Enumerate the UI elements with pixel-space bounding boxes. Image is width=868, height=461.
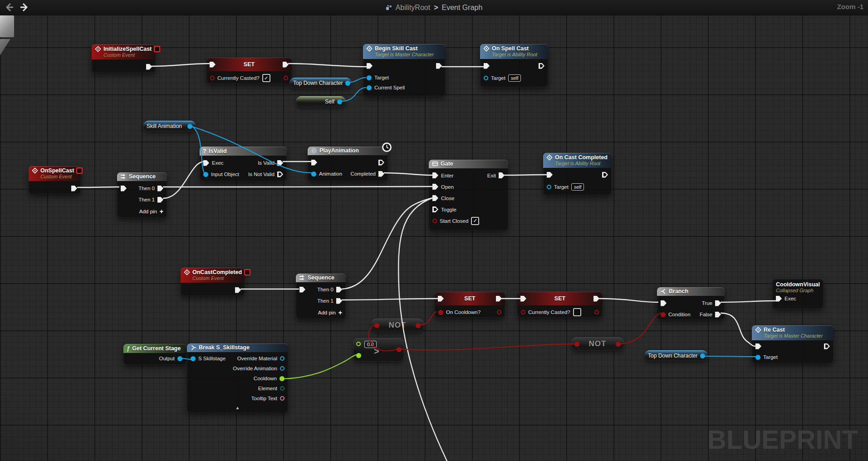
- tooltip-text-out-pin[interactable]: [280, 396, 284, 401]
- wire-exec-then0-to-gate-close[interactable]: [342, 198, 433, 289]
- target-value-box[interactable]: self: [508, 74, 521, 82]
- float-in-b-pin[interactable]: [356, 353, 361, 358]
- breadcrumb-page[interactable]: Event Graph: [442, 4, 483, 12]
- exec-in-pin[interactable]: [311, 160, 317, 166]
- true-exec-out-pin[interactable]: [715, 300, 721, 306]
- node-skill-animation-getter[interactable]: Skill Animation: [143, 121, 196, 132]
- bool-out-pin[interactable]: [416, 323, 421, 328]
- exec-in-pin[interactable]: [484, 63, 490, 69]
- node-top-down-character-getter-b[interactable]: Top Down Character: [644, 350, 708, 361]
- exec-in-pin[interactable]: [299, 287, 305, 293]
- close-exec-in-pin[interactable]: [432, 195, 438, 201]
- bool-out-pin[interactable]: [594, 310, 599, 314]
- override-material-out-pin[interactable]: [280, 356, 284, 361]
- wire-bool-not-b-to-branch-condition[interactable]: [620, 313, 661, 344]
- add-pin-button[interactable]: Add pin +: [117, 205, 167, 218]
- wire-bool-greater-to-not-b[interactable]: [397, 344, 574, 350]
- exec-out-pin[interactable]: [71, 186, 77, 191]
- node-on-cast-completed-call[interactable]: On Cast Completed Target is Ability Root…: [543, 153, 612, 195]
- bool-in-pin[interactable]: [210, 76, 215, 80]
- is-not-valid-exec-out-pin[interactable]: [277, 172, 283, 177]
- wire-exec-onspellcast-to-sequence[interactable]: [78, 187, 119, 187]
- node-set-on-cooldown[interactable]: SET On Cooldown?: [435, 292, 505, 318]
- then1-exec-out-pin[interactable]: [336, 298, 342, 304]
- exec-out-pin[interactable]: [496, 296, 502, 302]
- completed-exec-out-pin[interactable]: [378, 171, 384, 177]
- delegate-pin[interactable]: [154, 46, 160, 52]
- enter-exec-in-pin[interactable]: [432, 172, 438, 178]
- then0-exec-out-pin[interactable]: [157, 186, 163, 191]
- node-initialize-spell-cast-event[interactable]: InitializeSpellCast Custom Event: [92, 44, 156, 73]
- bool-out-pin[interactable]: [397, 347, 402, 352]
- exec-in-pin[interactable]: [776, 296, 782, 302]
- wire-float-cooldown-to-greater[interactable]: [283, 355, 357, 379]
- wire-exec-then1-to-isvalid[interactable]: [163, 162, 204, 198]
- node-break-s-skillstage[interactable]: Break S_Skillstage S Skillstage Override…: [187, 343, 288, 413]
- exec-in-pin[interactable]: [367, 63, 373, 69]
- exec-out-pin[interactable]: [539, 63, 544, 69]
- override-animation-out-pin[interactable]: [280, 366, 284, 371]
- wire-exec-set-to-beginskillcast[interactable]: [289, 64, 367, 67]
- target-in-pin[interactable]: [484, 76, 488, 80]
- node-sequence-a[interactable]: Sequence Then 0 Then 1 Add pin +: [117, 172, 167, 218]
- node-set-currently-casted-a[interactable]: SET Currently Casted? ✓: [206, 58, 292, 83]
- bool-in-pin[interactable]: [438, 310, 443, 315]
- exec-out-pin[interactable]: [283, 62, 289, 68]
- node-on-spell-cast-call[interactable]: On Spell Cast Target is Ability Root Tar…: [480, 44, 548, 87]
- breadcrumb-root[interactable]: AbilityRoot: [396, 4, 430, 12]
- target-in-pin[interactable]: [755, 355, 760, 360]
- wire-exec-then0-to-gate-open[interactable]: [163, 186, 433, 187]
- forward-arrow-icon[interactable]: [19, 2, 29, 12]
- node-re-cast[interactable]: Re Cast Target is Master Character Targe…: [752, 325, 834, 363]
- element-out-pin[interactable]: [280, 386, 284, 391]
- output-pin[interactable]: [177, 356, 182, 361]
- blueprint-event-graph-canvas[interactable]: AbilityRoot > Event Graph Zoom -1 Initia…: [0, 0, 868, 461]
- delegate-pin[interactable]: [244, 269, 250, 275]
- target-in-pin[interactable]: [367, 75, 372, 80]
- bool-out-pin[interactable]: [284, 76, 288, 80]
- then0-exec-out-pin[interactable]: [336, 287, 342, 293]
- exec-in-pin[interactable]: [755, 343, 761, 349]
- object-out-pin[interactable]: [700, 353, 705, 358]
- node-is-valid[interactable]: ? IsValid Exec Is Valid Input Object Is …: [200, 147, 287, 181]
- node-begin-skill-cast[interactable]: Begin Skill Cast Target is Master Charac…: [363, 44, 446, 96]
- node-cooldown-visual-collapsed-graph[interactable]: CooldownVisual Collapsed Graph Exec: [772, 279, 824, 309]
- bool-in-pin[interactable]: [374, 323, 379, 328]
- wire-exec-false-to-recast[interactable]: [721, 313, 755, 346]
- cooldown-out-pin[interactable]: [280, 376, 284, 381]
- node-sequence-b[interactable]: Sequence Then 0 Then 1 Add pin +: [296, 274, 346, 319]
- checkbox-unchecked[interactable]: ✓: [573, 308, 581, 316]
- node-top-down-character-getter-a[interactable]: Top Down Character: [289, 78, 352, 88]
- checkbox-checked[interactable]: ✓: [262, 74, 270, 82]
- node-get-current-stage[interactable]: ƒ Get Current Stage Output: [123, 344, 186, 365]
- exec-out-pin[interactable]: [824, 343, 830, 349]
- bool-in-pin[interactable]: [521, 310, 525, 314]
- exec-in-pin[interactable]: [210, 62, 216, 68]
- node-branch[interactable]: Branch True Condition False: [657, 287, 725, 320]
- bool-in-pin[interactable]: [574, 342, 579, 347]
- exec-in-pin[interactable]: [520, 296, 526, 302]
- node-set-currently-casted-b[interactable]: SET Currently Casted? ✓: [517, 292, 603, 318]
- false-exec-out-pin[interactable]: [715, 312, 721, 318]
- wire-exec-true-to-cooldownvisual[interactable]: [721, 301, 775, 302]
- target-in-pin[interactable]: [547, 185, 551, 189]
- wire-exec-completed-to-gate-enter[interactable]: [384, 173, 433, 175]
- animation-in-pin[interactable]: [311, 172, 316, 177]
- delegate-pin[interactable]: [76, 167, 83, 174]
- then1-exec-out-pin[interactable]: [157, 197, 163, 203]
- wire-object-tdc2-to-recast-target[interactable]: [704, 356, 756, 357]
- node-gate[interactable]: Gate Enter Exit Open Close Toggle Start …: [429, 160, 508, 230]
- exec-out-pin[interactable]: [235, 287, 241, 293]
- object-out-pin[interactable]: [345, 81, 350, 86]
- exec-out-pin[interactable]: [378, 160, 384, 166]
- object-out-pin[interactable]: [187, 124, 192, 129]
- input-object-pin[interactable]: [203, 172, 208, 177]
- target-value-box[interactable]: self: [571, 183, 584, 191]
- collapse-arrow[interactable]: ▲: [187, 403, 288, 412]
- exec-in-pin[interactable]: [547, 172, 553, 178]
- open-exec-in-pin[interactable]: [432, 184, 438, 190]
- current-spell-in-pin[interactable]: [367, 85, 372, 90]
- start-closed-bool-pin[interactable]: [432, 219, 437, 223]
- node-on-cast-completed-event[interactable]: OnCastCompleted Custom Event: [181, 268, 245, 296]
- exec-in-pin[interactable]: [661, 300, 667, 306]
